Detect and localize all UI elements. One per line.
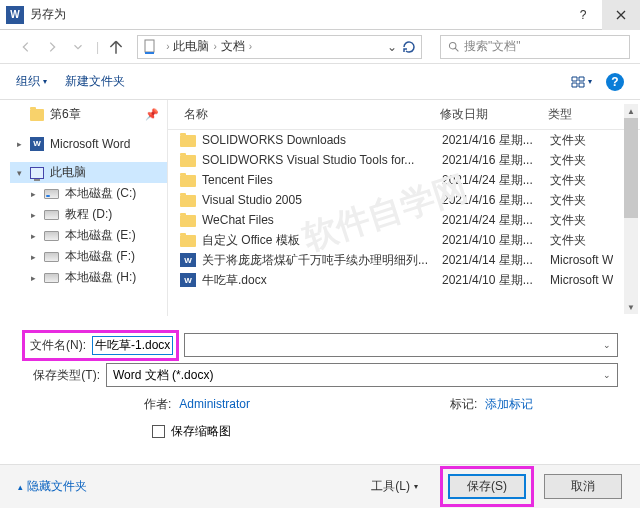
help-icon[interactable]: ?: [606, 73, 624, 91]
file-row[interactable]: 关于将庞庞塔煤矿千万吨手续办理明细列...2021/4/14 星期...Micr…: [168, 250, 640, 270]
titlebar: W 另存为 ?: [0, 0, 640, 30]
drive-icon: [44, 231, 59, 241]
tree-drive[interactable]: ▸本地磁盘 (C:): [10, 183, 167, 204]
close-button[interactable]: [602, 0, 640, 30]
app-icon: W: [6, 6, 24, 24]
tree-folder[interactable]: 第6章📌: [10, 104, 167, 125]
breadcrumb-docs[interactable]: 文档: [221, 38, 245, 55]
filename-text: 牛吃草-1.docx: [95, 338, 170, 352]
nav-back[interactable]: [16, 37, 36, 57]
svg-rect-1: [145, 52, 154, 54]
chevron-down-icon[interactable]: ⌄: [603, 340, 611, 350]
folder-icon: [180, 195, 196, 207]
word-icon: [180, 273, 196, 287]
folder-icon: [180, 155, 196, 167]
drive-icon: [44, 210, 59, 220]
file-row[interactable]: Tencent Files2021/4/24 星期...文件夹: [168, 170, 640, 190]
file-list: 名称 修改日期 类型 SOLIDWORKS Downloads2021/4/16…: [168, 100, 640, 316]
word-icon: W: [30, 137, 44, 151]
tree-this-pc[interactable]: ▾ 此电脑: [10, 162, 167, 183]
thumbnail-label: 保存缩略图: [171, 423, 231, 440]
help-button[interactable]: ?: [564, 0, 602, 30]
file-row[interactable]: 自定义 Office 模板2021/4/10 星期...文件夹: [168, 230, 640, 250]
tag-label: 标记:: [450, 397, 477, 411]
nav-forward[interactable]: [42, 37, 62, 57]
scroll-thumb[interactable]: [624, 118, 638, 218]
tag-value[interactable]: 添加标记: [485, 397, 533, 411]
scroll-down[interactable]: ▼: [624, 300, 638, 314]
view-options-button[interactable]: ▾: [570, 71, 592, 93]
search-input[interactable]: 搜索"文档": [440, 35, 630, 59]
toolbar: 组织▾ 新建文件夹 ▾ ?: [0, 64, 640, 100]
save-button[interactable]: 保存(S): [448, 474, 526, 499]
folder-icon: [180, 135, 196, 147]
folder-icon: [180, 215, 196, 227]
savetype-select[interactable]: Word 文档 (*.docx)⌄: [106, 363, 618, 387]
bottom-bar: ▴隐藏文件夹 工具(L)▾ 保存(S) 取消: [0, 464, 640, 508]
author-value[interactable]: Administrator: [179, 397, 250, 411]
file-row[interactable]: WeChat Files2021/4/24 星期...文件夹: [168, 210, 640, 230]
tree-drive[interactable]: ▸教程 (D:): [10, 204, 167, 225]
filename-input[interactable]: x⌄: [184, 333, 618, 357]
navigation-tree[interactable]: 第6章📌 ▸W Microsoft Word ▾ 此电脑 ▸本地磁盘 (C:)▸…: [0, 100, 168, 316]
column-headers[interactable]: 名称 修改日期 类型: [168, 100, 640, 130]
hide-folders-link[interactable]: ▴隐藏文件夹: [18, 478, 87, 495]
file-row[interactable]: SOLIDWORKS Visual Studio Tools for...202…: [168, 150, 640, 170]
drive-icon: [44, 273, 59, 283]
breadcrumb-pc[interactable]: 此电脑: [173, 38, 209, 55]
folder-icon: [180, 175, 196, 187]
file-row[interactable]: SOLIDWORKS Downloads2021/4/16 星期...文件夹: [168, 130, 640, 150]
tree-drive[interactable]: ▸本地磁盘 (H:): [10, 267, 167, 288]
folder-icon: [30, 109, 44, 121]
svg-rect-0: [145, 40, 154, 52]
nav-recent[interactable]: [68, 37, 88, 57]
refresh-icon[interactable]: [401, 39, 417, 55]
word-icon: [180, 253, 196, 267]
pin-icon: 📌: [145, 108, 159, 121]
scroll-up[interactable]: ▲: [624, 104, 638, 118]
folder-icon: [180, 235, 196, 247]
save-highlight: 保存(S): [440, 466, 534, 507]
organize-menu[interactable]: 组织▾: [16, 73, 47, 90]
drive-icon: [44, 189, 59, 199]
breadcrumb[interactable]: › 此电脑 › 文档 › ⌄: [137, 35, 422, 59]
tools-menu[interactable]: 工具(L)▾: [371, 478, 418, 495]
scrollbar[interactable]: ▲ ▼: [624, 104, 638, 314]
nav-bar: | › 此电脑 › 文档 › ⌄ 搜索"文档": [0, 30, 640, 64]
cancel-button[interactable]: 取消: [544, 474, 622, 499]
pc-icon: [30, 167, 44, 179]
drive-icon: [44, 252, 59, 262]
breadcrumb-dropdown-icon[interactable]: ⌄: [387, 40, 397, 54]
col-name[interactable]: 名称: [180, 106, 440, 123]
file-row[interactable]: Visual Studio 20052021/4/16 星期...文件夹: [168, 190, 640, 210]
savetype-label: 保存类型(T):: [22, 367, 100, 384]
author-label: 作者:: [144, 397, 171, 411]
col-date[interactable]: 修改日期: [440, 106, 548, 123]
new-folder-button[interactable]: 新建文件夹: [65, 73, 125, 90]
tree-drive[interactable]: ▸本地磁盘 (E:): [10, 225, 167, 246]
window-title: 另存为: [30, 6, 564, 23]
svg-point-2: [449, 42, 456, 49]
thumbnail-checkbox[interactable]: [152, 425, 165, 438]
search-icon: [447, 40, 460, 53]
file-rows[interactable]: SOLIDWORKS Downloads2021/4/16 星期...文件夹SO…: [168, 130, 640, 316]
filename-label: 文件名(N):: [28, 337, 86, 354]
tree-drive[interactable]: ▸本地磁盘 (F:): [10, 246, 167, 267]
nav-up[interactable]: [107, 38, 125, 56]
tree-word[interactable]: ▸W Microsoft Word: [10, 133, 167, 154]
chevron-down-icon[interactable]: ⌄: [603, 370, 611, 380]
location-icon: [142, 39, 158, 55]
file-row[interactable]: 牛吃草.docx2021/4/10 星期...Microsoft W: [168, 270, 640, 290]
filename-highlight: 文件名(N): 牛吃草-1.docx: [22, 330, 179, 361]
search-placeholder: 搜索"文档": [464, 38, 521, 55]
